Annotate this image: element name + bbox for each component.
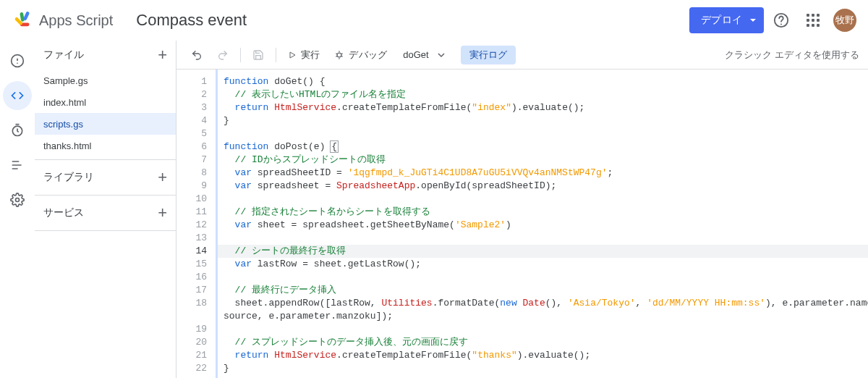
svg-point-5: [780, 24, 782, 25]
caret-down-icon: [438, 51, 445, 59]
deploy-button[interactable]: デプロイ: [689, 7, 764, 33]
svg-point-13: [16, 198, 20, 202]
add-service-button[interactable]: +: [158, 203, 167, 222]
main-area: 実行 デバッグ doGet 実行ログ クラシック エディタを使用する 12345…: [176, 41, 868, 378]
rail-triggers[interactable]: [3, 116, 32, 145]
app-header: Apps Script Compass event デプロイ 牧野: [0, 0, 868, 41]
redo-button[interactable]: [211, 43, 234, 67]
debug-button[interactable]: デバッグ: [328, 43, 393, 67]
svg-line-19: [336, 56, 338, 56]
sidebar-files-header: ファイル +: [35, 41, 176, 70]
svg-point-8: [17, 63, 18, 64]
caret-down-icon: [749, 17, 757, 24]
svg-line-20: [341, 56, 343, 56]
play-icon: [288, 51, 297, 59]
classic-editor-link[interactable]: クラシック エディタを使用する: [725, 49, 859, 62]
file-item[interactable]: scripts.gs: [35, 113, 176, 135]
sidebar-libraries-header: ライブラリ +: [35, 163, 176, 192]
file-item[interactable]: Sample.gs: [35, 70, 176, 91]
svg-point-14: [337, 53, 341, 57]
file-sidebar: ファイル + Sample.gsindex.htmlscripts.gsthan…: [35, 41, 176, 378]
file-item[interactable]: thanks.html: [35, 135, 176, 156]
line-gutter: 12345678910111213141516171819202122: [176, 70, 216, 378]
add-library-button[interactable]: +: [158, 168, 167, 187]
undo-button[interactable]: [185, 43, 208, 67]
rail-settings[interactable]: [3, 185, 32, 214]
rail-overview[interactable]: [3, 46, 32, 75]
save-button[interactable]: [247, 43, 270, 67]
file-item[interactable]: index.html: [35, 91, 176, 113]
project-title[interactable]: Compass event: [136, 11, 247, 30]
account-avatar[interactable]: 牧野: [833, 9, 856, 32]
brand-text: Apps Script: [39, 12, 113, 29]
bug-icon: [334, 50, 344, 60]
nav-rail: [0, 41, 35, 378]
svg-rect-2: [20, 12, 25, 22]
add-file-button[interactable]: +: [158, 46, 167, 64]
sidebar-files-label: ファイル: [43, 49, 84, 62]
sidebar-services-header: サービス +: [35, 198, 176, 227]
apps-menu-icon[interactable]: [799, 6, 827, 35]
code-editor[interactable]: 12345678910111213141516171819202122 func…: [176, 70, 868, 378]
editor-toolbar: 実行 デバッグ doGet 実行ログ クラシック エディタを使用する: [176, 41, 868, 70]
svg-rect-3: [23, 11, 30, 21]
code-area[interactable]: function doGet() { // 表示したいHTMLのファイル名を指定…: [216, 70, 868, 378]
rail-editor[interactable]: [3, 81, 32, 110]
function-selector[interactable]: doGet: [396, 49, 451, 60]
svg-line-17: [336, 53, 338, 54]
help-icon[interactable]: [767, 6, 796, 35]
sidebar-libraries-label: ライブラリ: [43, 171, 94, 184]
run-button[interactable]: 実行: [282, 43, 326, 67]
execution-log-button[interactable]: 実行ログ: [461, 46, 516, 64]
svg-line-18: [341, 53, 343, 54]
apps-script-logo: Apps Script: [12, 10, 113, 30]
deploy-button-label: デプロイ: [701, 14, 742, 27]
sidebar-services-label: サービス: [43, 206, 84, 219]
rail-executions[interactable]: [3, 151, 32, 180]
